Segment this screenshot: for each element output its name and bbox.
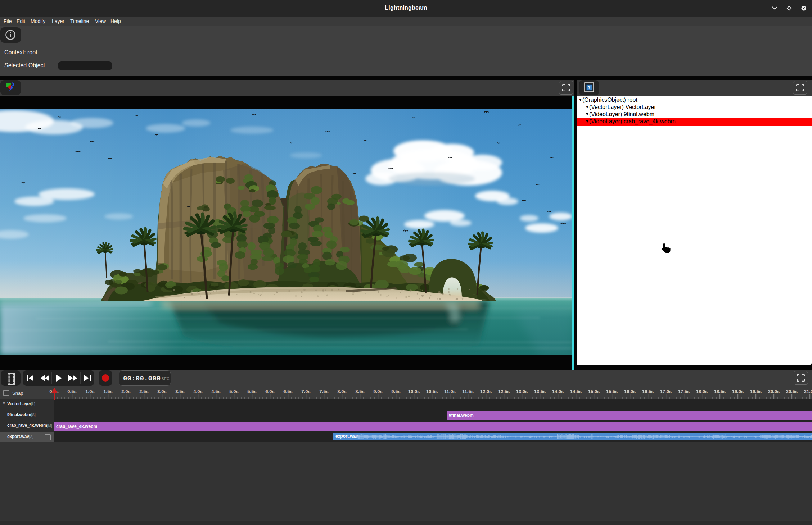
svg-text:?: ?	[588, 85, 590, 90]
